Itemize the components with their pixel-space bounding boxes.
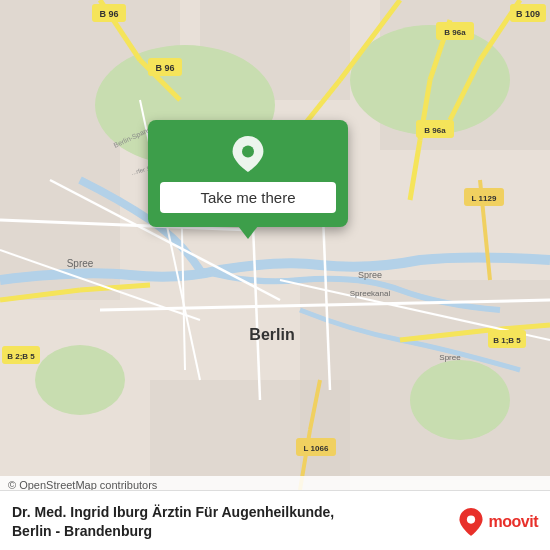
svg-point-10 <box>410 360 510 440</box>
svg-point-61 <box>242 145 254 157</box>
map-container[interactable]: B 96 B 96 B 109 B 96a B 96a L 1129 B 2;B… <box>0 0 550 490</box>
svg-text:Spree: Spree <box>439 353 461 362</box>
svg-point-62 <box>466 515 474 523</box>
svg-text:B 1;B 5: B 1;B 5 <box>493 336 521 345</box>
app: B 96 B 96 B 109 B 96a B 96a L 1129 B 2;B… <box>0 0 550 550</box>
place-name: Dr. Med. Ingrid Iburg Ärztin Für Augenhe… <box>12 503 447 539</box>
svg-text:Spree: Spree <box>67 258 94 269</box>
svg-text:Berlin: Berlin <box>249 326 294 343</box>
moovit-pin-icon <box>457 508 485 536</box>
svg-text:B 2;B 5: B 2;B 5 <box>7 352 35 361</box>
svg-text:L 1066: L 1066 <box>304 444 329 453</box>
moovit-logo: moovit <box>457 508 538 536</box>
place-location: Berlin - Brandenburg <box>12 523 152 539</box>
info-bar: Dr. Med. Ingrid Iburg Ärztin Für Augenhe… <box>0 490 550 550</box>
svg-text:L 1129: L 1129 <box>472 194 497 203</box>
take-me-there-button[interactable]: Take me there <box>160 182 336 213</box>
svg-text:B 96: B 96 <box>99 9 118 19</box>
svg-point-9 <box>35 345 125 415</box>
svg-text:B 96a: B 96a <box>444 28 466 37</box>
svg-text:B 109: B 109 <box>516 9 540 19</box>
svg-text:Spree: Spree <box>358 270 382 280</box>
moovit-brand-text: moovit <box>489 513 538 531</box>
svg-text:B 96: B 96 <box>155 63 174 73</box>
popup-card: Take me there <box>148 120 348 227</box>
svg-rect-6 <box>150 380 350 490</box>
svg-text:B 96a: B 96a <box>424 126 446 135</box>
place-title: Dr. Med. Ingrid Iburg Ärztin Für Augenhe… <box>12 504 334 520</box>
svg-text:Spreekanal: Spreekanal <box>350 289 391 298</box>
location-pin-icon <box>230 136 266 172</box>
